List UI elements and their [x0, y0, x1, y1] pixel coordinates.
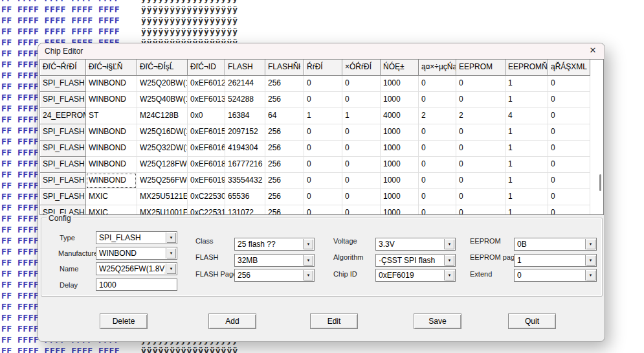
- chevron-down-icon[interactable]: ▼: [303, 255, 313, 266]
- table-cell[interactable]: 0: [548, 76, 590, 92]
- table-cell[interactable]: W25Q20BW(1.: [137, 76, 188, 92]
- class-dropdown[interactable]: 25 flash ?? ▼: [234, 238, 315, 251]
- row-type-cell[interactable]: SPI_FLASH: [40, 76, 86, 92]
- table-cell[interactable]: 0: [548, 141, 590, 157]
- table-cell[interactable]: 1000: [381, 173, 419, 189]
- column-header[interactable]: FLASHŇł: [265, 60, 304, 76]
- table-cell[interactable]: 0: [548, 124, 590, 141]
- table-cell[interactable]: 0: [342, 124, 381, 141]
- row-type-cell[interactable]: SPI_FLASH: [40, 173, 86, 189]
- column-header[interactable]: ĐľĆ¬ŔŕĐÍ: [40, 60, 86, 76]
- table-cell[interactable]: W25Q128FW(1: [137, 157, 188, 173]
- chevron-down-icon[interactable]: ▼: [585, 239, 595, 249]
- chevron-down-icon[interactable]: ▼: [166, 264, 176, 274]
- chevron-down-icon[interactable]: ▼: [166, 233, 176, 243]
- table-cell[interactable]: MX25U5121E(1: [137, 189, 188, 205]
- table-cell[interactable]: WINBOND: [86, 76, 137, 92]
- table-cell[interactable]: 0: [304, 92, 342, 108]
- column-header[interactable]: ŃÓĘ±: [381, 60, 419, 76]
- table-cell[interactable]: 256: [265, 76, 304, 92]
- extend-dropdown[interactable]: 0 ▼: [514, 269, 597, 282]
- column-header[interactable]: ĐľĆ¬ID: [188, 60, 225, 76]
- flash-dropdown[interactable]: 32MB ▼: [234, 254, 315, 267]
- table-cell[interactable]: 0: [304, 189, 342, 205]
- table-cell[interactable]: 0: [456, 173, 505, 189]
- table-cell[interactable]: 1000: [381, 157, 419, 173]
- table-cell[interactable]: 16777216: [225, 157, 265, 173]
- table-scrollbar[interactable]: [597, 60, 603, 214]
- column-header[interactable]: ą¤×÷µçŃą: [419, 60, 456, 76]
- table-cell[interactable]: 2: [456, 108, 505, 124]
- table-cell[interactable]: 0xEF6012: [188, 76, 225, 92]
- table-cell[interactable]: 0: [304, 76, 342, 92]
- chevron-down-icon[interactable]: ▼: [166, 248, 176, 258]
- table-cell[interactable]: 0: [419, 189, 456, 205]
- table-cell[interactable]: 0x0: [188, 108, 225, 124]
- table-cell[interactable]: 0: [419, 157, 456, 173]
- table-cell[interactable]: 0: [456, 124, 505, 141]
- table-cell[interactable]: 0: [548, 157, 590, 173]
- table-cell[interactable]: 256: [265, 173, 304, 189]
- table-cell[interactable]: 0: [304, 141, 342, 157]
- type-dropdown[interactable]: SPI_FLASH ▼: [96, 231, 177, 244]
- table-cell[interactable]: WINBOND: [86, 92, 137, 108]
- chip-id-dropdown[interactable]: 0xEF6019 ▼: [375, 269, 456, 282]
- chevron-down-icon[interactable]: ▼: [444, 255, 454, 266]
- chevron-down-icon[interactable]: ▼: [585, 270, 595, 280]
- quit-button[interactable]: Quit: [508, 313, 556, 329]
- table-cell[interactable]: 2: [419, 108, 456, 124]
- edit-button[interactable]: Edit: [310, 313, 358, 329]
- table-cell[interactable]: 1000: [381, 141, 419, 157]
- row-type-cell[interactable]: SPI_FLASH: [40, 124, 86, 141]
- chevron-down-icon[interactable]: ▼: [444, 270, 454, 280]
- table-cell[interactable]: WINBOND: [86, 173, 137, 189]
- table-cell[interactable]: WINBOND: [86, 141, 137, 157]
- table-cell[interactable]: 1: [505, 92, 548, 108]
- table-cell[interactable]: 4194304: [225, 141, 265, 157]
- table-cell[interactable]: 0: [548, 92, 590, 108]
- table-cell[interactable]: 0xEF6015: [188, 124, 225, 141]
- table-cell[interactable]: 1: [505, 205, 548, 215]
- table-cell[interactable]: 1000: [381, 189, 419, 205]
- table-cell[interactable]: 0: [456, 189, 505, 205]
- table-cell[interactable]: M24C128B: [137, 108, 188, 124]
- row-type-cell[interactable]: SPI_FLASH: [40, 189, 86, 205]
- column-header[interactable]: ×ÓŔŕĐÍ: [342, 60, 381, 76]
- table-cell[interactable]: 1000: [381, 92, 419, 108]
- table-cell[interactable]: 4000: [381, 108, 419, 124]
- algorithm-dropdown[interactable]: ·ÇSST SPI flash ▼: [375, 254, 456, 267]
- scrollbar-thumb[interactable]: [599, 174, 601, 191]
- table-cell[interactable]: 262144: [225, 76, 265, 92]
- table-cell[interactable]: MXIC: [86, 189, 137, 205]
- chevron-down-icon[interactable]: ▼: [444, 239, 454, 249]
- table-cell[interactable]: 16384: [225, 108, 265, 124]
- table-cell[interactable]: 131072: [225, 205, 265, 215]
- table-cell[interactable]: 0: [456, 157, 505, 173]
- table-cell[interactable]: 0: [419, 76, 456, 92]
- table-cell[interactable]: 256: [265, 157, 304, 173]
- column-header[interactable]: ŔŕĐÍ: [304, 60, 342, 76]
- table-cell[interactable]: 0: [456, 76, 505, 92]
- eeprom-dropdown[interactable]: 0B ▼: [514, 238, 597, 251]
- table-cell[interactable]: 0xEF6016: [188, 141, 225, 157]
- table-cell[interactable]: 1: [505, 141, 548, 157]
- table-cell[interactable]: 65536: [225, 189, 265, 205]
- table-cell[interactable]: 256: [265, 189, 304, 205]
- table-cell[interactable]: ST: [86, 108, 137, 124]
- table-cell[interactable]: 0: [548, 108, 590, 124]
- table-cell[interactable]: 0xEF6019: [188, 173, 225, 189]
- table-cell[interactable]: W25Q32DW(1.: [137, 141, 188, 157]
- table-cell[interactable]: 0xEF6013: [188, 92, 225, 108]
- table-cell[interactable]: W25Q40BW(1.: [137, 92, 188, 108]
- row-type-cell[interactable]: SPI_FLASH: [40, 141, 86, 157]
- table-cell[interactable]: 4: [505, 108, 548, 124]
- chevron-down-icon[interactable]: ▼: [303, 239, 313, 249]
- add-button[interactable]: Add: [208, 313, 256, 329]
- table-cell[interactable]: 0: [548, 189, 590, 205]
- table-cell[interactable]: 0: [304, 124, 342, 141]
- table-cell[interactable]: 0xC22531: [188, 205, 225, 215]
- table-cell[interactable]: 0: [342, 76, 381, 92]
- save-button[interactable]: Save: [414, 313, 461, 329]
- table-cell[interactable]: 0: [342, 92, 381, 108]
- table-cell[interactable]: 0: [548, 173, 590, 189]
